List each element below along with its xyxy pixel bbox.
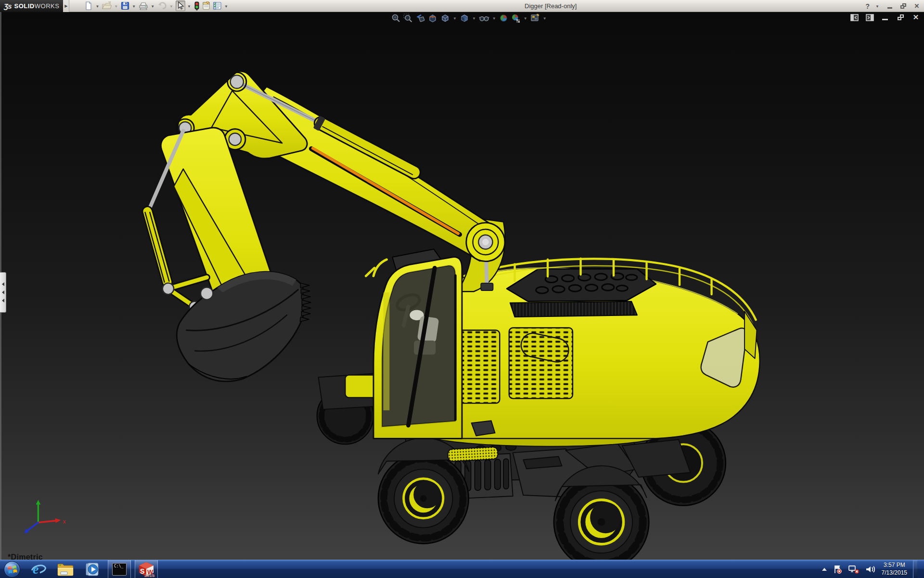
menu-expand-arrow-icon[interactable]: ▶: [63, 0, 69, 12]
media-player-icon: [84, 562, 101, 577]
rebuild-traffic-light-icon: [194, 1, 200, 11]
dassault-3ds-icon: Ʒs: [4, 2, 12, 10]
app-minimize-button[interactable]: [886, 2, 894, 11]
windows-flag-icon: [4, 562, 21, 578]
new-document-button[interactable]: [84, 0, 93, 11]
save-caret[interactable]: ▼: [132, 4, 136, 9]
collapse-arrow-icon: [2, 290, 4, 294]
taskbar-internet-explorer[interactable]: e: [25, 560, 52, 578]
undo-arrow-icon: [157, 1, 167, 10]
app-close-button[interactable]: ✕: [912, 2, 921, 11]
document-title: Digger [Read-only]: [525, 0, 577, 12]
bucket-cylinder-body: [145, 211, 169, 282]
open-caret[interactable]: ▼: [114, 4, 118, 9]
new-caret[interactable]: ▼: [95, 4, 99, 9]
edit-appearance-button[interactable]: [499, 13, 509, 23]
file-properties-button[interactable]: [201, 0, 211, 11]
grille-panel-right: [509, 328, 573, 399]
help-icon[interactable]: ?: [866, 2, 870, 10]
sw-year: 2015: [144, 573, 155, 578]
section-view-button[interactable]: [427, 13, 438, 23]
display-style-icon: [460, 13, 469, 23]
clock-time: 3:57 PM: [882, 562, 907, 569]
excavator-model[interactable]: x: [0, 12, 924, 560]
clock-date: 7/13/2015: [882, 569, 907, 577]
view-orientation-caret[interactable]: ▼: [453, 16, 457, 21]
previous-view-button[interactable]: [415, 13, 425, 23]
svg-text:e: e: [33, 562, 38, 577]
feature-manager-collapsed-tab[interactable]: [0, 272, 6, 313]
new-document-icon: [84, 1, 93, 10]
brand-text: SOLIDWORKS: [14, 2, 60, 10]
options-button[interactable]: [212, 0, 222, 11]
system-tray: 3:57 PM 7/13/2015: [822, 560, 924, 578]
view-settings-button[interactable]: [530, 13, 540, 23]
hide-show-items-icon: [479, 13, 489, 23]
select-button[interactable]: [176, 0, 185, 11]
wheel-front-left: [378, 453, 469, 544]
doc-restore-button[interactable]: [896, 13, 905, 21]
view-orientation-button[interactable]: [440, 13, 450, 23]
wheel-front-right: [554, 474, 649, 560]
document-window-controls: ✕: [850, 13, 920, 21]
display-style-button[interactable]: [459, 13, 470, 23]
section-view-icon: [428, 13, 437, 23]
headsup-view-toolbar: ▼ ▼ ▼: [391, 13, 547, 23]
taskbar-solidworks[interactable]: S W 2015: [135, 560, 158, 578]
zoom-to-area-button[interactable]: [403, 13, 413, 23]
apply-scene-icon: [511, 13, 521, 23]
show-hidden-icons-button[interactable]: [822, 568, 827, 571]
taskbar: e C:\_: [0, 560, 924, 578]
show-desktop-button[interactable]: [913, 560, 917, 578]
volume-icon[interactable]: [865, 565, 876, 574]
rebuild-button[interactable]: [193, 0, 200, 11]
doc-minimize-button[interactable]: [881, 13, 889, 21]
hide-show-items-caret[interactable]: ▼: [492, 16, 496, 21]
taskbar-command-prompt[interactable]: C:\_: [108, 560, 131, 578]
view-settings-caret[interactable]: ▼: [543, 16, 547, 21]
view-orientation-icon: [440, 13, 450, 23]
quick-access-toolbar: ▼ ▼ ▼: [84, 0, 229, 11]
undo-button[interactable]: [157, 0, 167, 11]
graphics-area[interactable]: x: [0, 12, 924, 560]
display-style-caret[interactable]: ▼: [472, 16, 476, 21]
help-caret[interactable]: ▼: [875, 4, 879, 9]
action-center-flag-icon[interactable]: [833, 565, 842, 574]
zoom-to-fit-icon: [391, 13, 400, 23]
app-restore-button[interactable]: [899, 2, 908, 11]
pane-left-button[interactable]: [850, 13, 859, 21]
taskbar-file-explorer[interactable]: [52, 560, 79, 578]
titlebar: Ʒs SOLIDWORKS ▶ ▼ ▼: [0, 0, 924, 12]
folder-icon: [57, 562, 74, 577]
pane-right-button[interactable]: [865, 13, 874, 21]
apply-scene-button[interactable]: [511, 13, 521, 23]
hide-show-items-button[interactable]: [478, 13, 490, 23]
save-button[interactable]: [120, 0, 130, 11]
taskbar-clock[interactable]: 3:57 PM 7/13/2015: [882, 562, 907, 577]
svg-text:S: S: [140, 567, 144, 575]
printer-icon: [139, 1, 148, 10]
undo-caret[interactable]: ▼: [169, 4, 173, 9]
solidworks-2015-icon: S W 2015: [138, 561, 155, 578]
orientation-triad: x: [24, 500, 66, 533]
open-folder-icon: [102, 1, 112, 10]
options-checklist-icon: [213, 1, 222, 10]
view-settings-icon: [530, 13, 540, 23]
apply-scene-caret[interactable]: ▼: [524, 16, 527, 21]
collapse-arrow-icon: [2, 299, 4, 302]
collapse-arrow-icon: [2, 282, 4, 286]
open-button[interactable]: [102, 0, 112, 11]
zoom-to-fit-button[interactable]: [391, 13, 401, 23]
print-button[interactable]: [138, 0, 149, 11]
select-caret[interactable]: ▼: [187, 4, 191, 9]
taskbar-media-player[interactable]: [79, 560, 106, 578]
print-caret[interactable]: ▼: [151, 4, 154, 9]
internet-explorer-icon: e: [30, 562, 47, 577]
options-caret[interactable]: ▼: [224, 4, 228, 9]
solidworks-logo[interactable]: Ʒs SOLIDWORKS: [0, 0, 63, 12]
network-status-icon[interactable]: [848, 565, 860, 574]
save-floppy-icon: [121, 1, 129, 10]
pane-right-icon: [866, 14, 874, 21]
doc-close-button[interactable]: ✕: [911, 13, 920, 21]
start-button[interactable]: [4, 561, 20, 578]
